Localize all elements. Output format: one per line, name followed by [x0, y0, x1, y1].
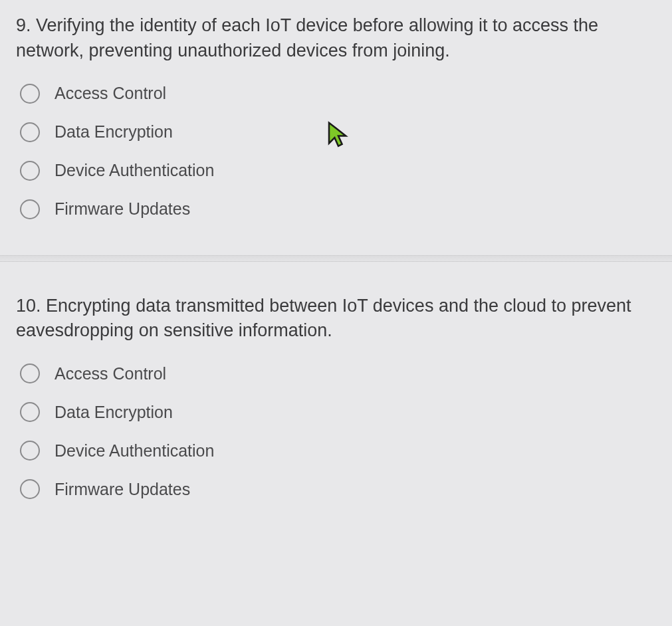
- option-label: Access Control: [55, 84, 166, 103]
- option-firmware-updates[interactable]: Firmware Updates: [20, 199, 656, 219]
- option-access-control[interactable]: Access Control: [20, 364, 656, 383]
- radio-icon: [20, 161, 40, 181]
- cursor-icon: [327, 121, 350, 149]
- radio-icon: [20, 84, 40, 104]
- question-body: Encrypting data transmitted between IoT …: [16, 296, 631, 341]
- question-text: 9. Verifying the identity of each IoT de…: [16, 13, 656, 64]
- radio-icon: [20, 199, 40, 219]
- option-device-authentication[interactable]: Device Authentication: [20, 441, 656, 461]
- option-label: Data Encryption: [55, 122, 173, 142]
- option-label: Firmware Updates: [55, 480, 190, 499]
- radio-icon: [20, 122, 40, 142]
- radio-icon: [20, 441, 40, 461]
- question-number: 9.: [16, 15, 31, 35]
- option-data-encryption[interactable]: Data Encryption: [20, 402, 656, 422]
- question-block-10: 10. Encrypting data transmitted between …: [0, 280, 672, 524]
- options-list: Access Control Data Encryption Device Au…: [16, 364, 656, 499]
- radio-icon: [20, 402, 40, 422]
- option-label: Access Control: [55, 364, 166, 383]
- option-label: Device Authentication: [55, 161, 214, 180]
- divider: [0, 255, 672, 262]
- question-body: Verifying the identity of each IoT devic…: [16, 15, 598, 60]
- option-label: Data Encryption: [55, 403, 173, 422]
- option-device-authentication[interactable]: Device Authentication: [20, 161, 656, 181]
- radio-icon: [20, 479, 40, 499]
- options-list: Access Control Data Encryption Device Au…: [16, 84, 656, 219]
- option-label: Device Authentication: [55, 441, 214, 461]
- question-text: 10. Encrypting data transmitted between …: [16, 294, 656, 344]
- radio-icon: [20, 364, 40, 383]
- option-access-control[interactable]: Access Control: [20, 84, 656, 104]
- option-label: Firmware Updates: [55, 199, 190, 219]
- question-number: 10.: [16, 296, 41, 316]
- option-firmware-updates[interactable]: Firmware Updates: [20, 479, 656, 499]
